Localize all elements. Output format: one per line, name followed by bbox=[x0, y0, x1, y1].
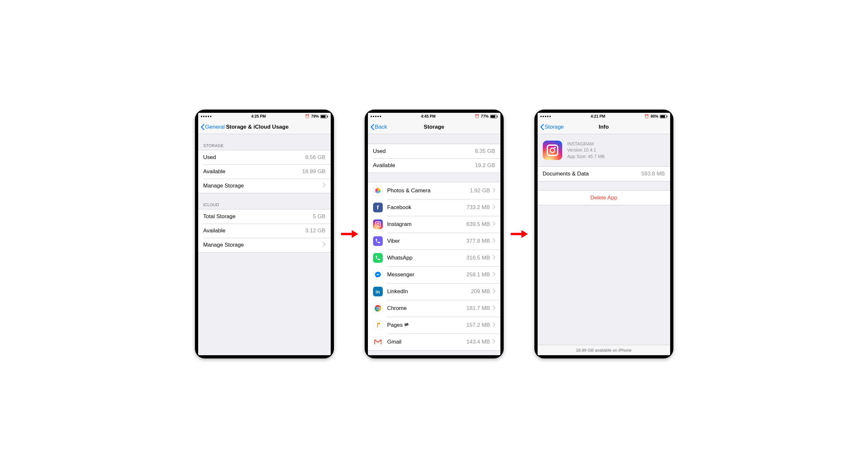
app-size: 1.92 GB bbox=[470, 187, 490, 194]
chevron-right-icon bbox=[493, 255, 495, 261]
chevron-left-icon bbox=[201, 124, 205, 130]
app-name: Facebook bbox=[387, 204, 411, 210]
icloud-total-row: Total Storage 5 GB bbox=[198, 210, 331, 224]
nav-bar: Back Storage bbox=[368, 120, 500, 134]
app-name: Chrome bbox=[387, 305, 407, 311]
svg-point-16 bbox=[377, 307, 379, 309]
chevron-right-icon bbox=[493, 187, 495, 194]
app-info-header: INSTAGRAM Version 10.4.1 App Size: 45.7 … bbox=[537, 134, 670, 166]
app-row[interactable]: inLinkedIn209 MB bbox=[368, 283, 500, 300]
app-size: 157.2 MB bbox=[466, 322, 490, 329]
battery-percent: 77% bbox=[481, 114, 489, 119]
chevron-right-icon bbox=[493, 272, 495, 278]
row-label: LinkedIn bbox=[387, 288, 471, 295]
storage-used-row: Used 8.56 GB bbox=[198, 150, 331, 164]
delete-app-button[interactable]: Delete App bbox=[537, 191, 670, 205]
svg-point-13 bbox=[375, 189, 378, 191]
row-label: Manage Storage bbox=[203, 183, 320, 189]
app-size: 209 MB bbox=[471, 288, 490, 295]
app-name: INSTAGRAM bbox=[567, 141, 605, 147]
app-size: 377.8 MB bbox=[466, 238, 490, 244]
icloud-available-row: Available 3.12 GB bbox=[198, 224, 331, 238]
row-label: Facebook bbox=[387, 204, 466, 211]
linkedin-icon: in bbox=[373, 287, 383, 297]
app-row[interactable]: Chrome181.7 MB bbox=[368, 300, 500, 317]
app-name: Messenger bbox=[387, 272, 414, 278]
battery-percent: 79% bbox=[311, 114, 319, 119]
chevron-right-icon bbox=[323, 183, 326, 189]
svg-rect-6 bbox=[491, 115, 495, 118]
app-size: App Size: 45.7 MB bbox=[567, 154, 605, 160]
app-row[interactable]: WhatsApp316.5 MB bbox=[368, 250, 500, 266]
row-label: Documents & Data bbox=[543, 170, 641, 177]
row-label: Messenger bbox=[387, 272, 466, 278]
manage-icloud-row[interactable]: Manage Storage bbox=[198, 238, 331, 252]
row-value: 593.8 MB bbox=[641, 170, 665, 177]
photos-icon bbox=[373, 186, 383, 195]
row-value: 18.99 GB bbox=[302, 168, 326, 175]
chevron-right-icon bbox=[493, 339, 495, 345]
storage-header: STORAGE bbox=[198, 134, 331, 150]
back-label: Storage bbox=[545, 124, 564, 130]
app-row[interactable]: Instagram639.5 MB bbox=[368, 216, 500, 233]
app-name: LinkedIn bbox=[387, 288, 408, 294]
app-row[interactable]: fFacebook733.2 MB bbox=[368, 199, 500, 216]
signal-dots-icon: ●●●●● bbox=[201, 115, 212, 118]
status-time: 4:45 PM bbox=[421, 114, 435, 119]
manage-storage-row[interactable]: Manage Storage bbox=[198, 179, 331, 193]
battery-icon bbox=[320, 115, 328, 118]
svg-rect-2 bbox=[327, 116, 328, 117]
nav-bar: Storage Info bbox=[537, 120, 670, 134]
signal-dots-icon: ●●●●● bbox=[370, 115, 382, 118]
app-size: 143.4 MB bbox=[466, 339, 490, 345]
app-row[interactable]: Photos & Camera1.92 GB bbox=[368, 182, 500, 199]
chevron-left-icon bbox=[370, 124, 374, 130]
app-name: Photos & Camera bbox=[387, 187, 431, 194]
flag-icon: 🏴 bbox=[404, 323, 409, 328]
battery-percent: 80% bbox=[650, 114, 658, 119]
app-name: WhatsApp bbox=[387, 255, 412, 261]
whatsapp-icon bbox=[373, 253, 383, 263]
app-name: Instagram bbox=[387, 221, 412, 227]
alarm-icon: ⏰ bbox=[644, 114, 649, 119]
app-size: 639.5 MB bbox=[466, 221, 490, 227]
svg-rect-7 bbox=[497, 116, 498, 117]
row-label: Available bbox=[203, 168, 302, 175]
row-label: Pages🏴 bbox=[387, 322, 466, 329]
back-button[interactable]: General bbox=[201, 124, 225, 130]
back-label: Back bbox=[375, 124, 387, 130]
chevron-right-icon bbox=[493, 221, 495, 227]
app-size: 181.7 MB bbox=[466, 305, 490, 312]
app-row[interactable]: Messenger258.1 MB bbox=[368, 266, 500, 283]
row-label: Used bbox=[203, 154, 306, 161]
chevron-right-icon bbox=[493, 305, 495, 312]
app-version: Version 10.4.1 bbox=[567, 147, 605, 154]
documents-data-row: Documents & Data 593.8 MB bbox=[537, 167, 670, 181]
app-size: 316.5 MB bbox=[466, 255, 490, 261]
storage-available-row: Available 18.99 GB bbox=[198, 164, 331, 179]
row-label: Photos & Camera bbox=[387, 187, 470, 194]
status-time: 4:21 PM bbox=[591, 114, 605, 119]
row-value: 5 GB bbox=[313, 213, 326, 220]
back-button[interactable]: Storage bbox=[540, 124, 564, 130]
delete-label: Delete App bbox=[590, 194, 617, 201]
app-name: Pages bbox=[387, 322, 403, 329]
row-label: Instagram bbox=[387, 221, 466, 227]
phone-app-info: ●●●●● 4:21 PM ⏰ 80% Storage Info bbox=[534, 110, 673, 358]
back-button[interactable]: Back bbox=[370, 124, 387, 130]
chevron-right-icon bbox=[493, 322, 495, 329]
viber-icon bbox=[373, 236, 383, 246]
summary-available-row: Available 19.2 GB bbox=[368, 158, 500, 173]
app-row[interactable]: Pages🏴157.2 MB bbox=[368, 317, 500, 334]
row-label: Available bbox=[373, 162, 475, 169]
svg-rect-24 bbox=[660, 115, 665, 118]
row-label: Available bbox=[203, 227, 306, 234]
row-value: 8.35 GB bbox=[475, 148, 495, 155]
facebook-icon: f bbox=[373, 202, 383, 212]
svg-rect-25 bbox=[666, 116, 667, 117]
chevron-right-icon bbox=[493, 288, 495, 295]
app-row[interactable]: Gmail143.4 MB bbox=[368, 334, 500, 350]
status-bar: ●●●●● 4:21 PM ⏰ 80% bbox=[537, 113, 670, 120]
app-row[interactable]: Viber377.8 MB bbox=[368, 233, 500, 250]
svg-marker-22 bbox=[522, 230, 528, 238]
